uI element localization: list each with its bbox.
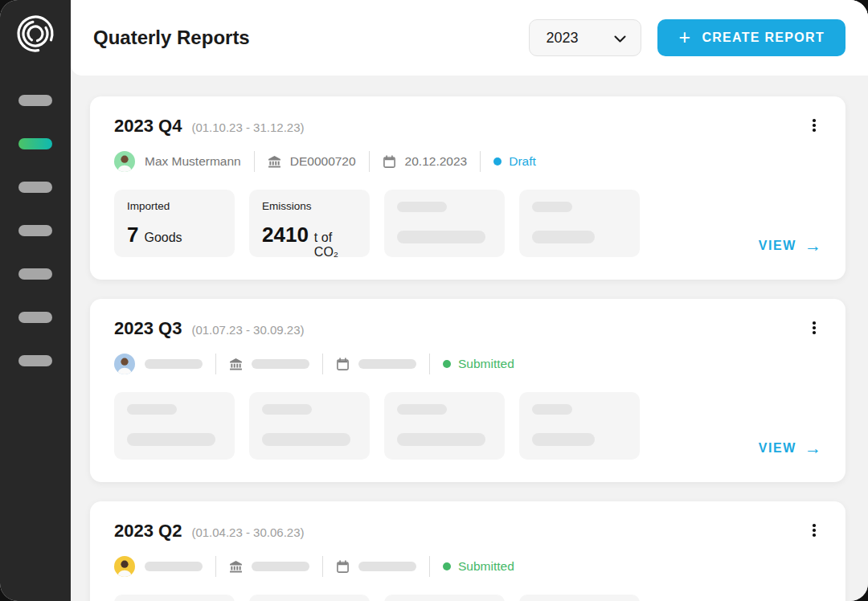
report-card-q2: 2023 Q2 (01.04.23 - 30.06.23) xyxy=(90,501,845,601)
sidebar-item-3[interactable] xyxy=(18,182,52,193)
kebab-menu-icon[interactable] xyxy=(804,519,825,542)
arrow-right-icon: → xyxy=(805,236,821,256)
stat-box-placeholder xyxy=(384,190,505,257)
stat-value: 7 xyxy=(127,223,138,247)
divider xyxy=(429,556,430,577)
status-badge: Draft xyxy=(493,154,536,169)
stats-row: Imported 7 Goods Emissions 2410 t of CO₂ xyxy=(114,190,821,257)
main-area: Quaterly Reports 2023 + CREATE REPORT xyxy=(71,0,868,601)
year-filter-value: 2023 xyxy=(546,30,578,47)
status-dot-icon xyxy=(443,360,451,368)
view-report-link[interactable]: VIEW → xyxy=(759,439,821,458)
year-filter-select[interactable]: 2023 xyxy=(529,19,641,56)
divider xyxy=(369,151,370,172)
kebab-menu-icon[interactable] xyxy=(804,114,825,137)
stat-box-placeholder xyxy=(249,595,370,601)
arrow-right-icon: → xyxy=(805,439,821,458)
stat-box-placeholder xyxy=(249,392,370,460)
card-header: 2023 Q2 (01.04.23 - 30.06.23) xyxy=(114,521,821,542)
stat-box-placeholder xyxy=(114,595,235,601)
stat-box-emissions: Emissions 2410 t of CO₂ xyxy=(249,190,370,257)
view-label: VIEW xyxy=(759,239,796,253)
plus-icon: + xyxy=(678,27,691,47)
stat-box-placeholder xyxy=(519,392,640,460)
owner-name-placeholder xyxy=(145,562,203,571)
brand-logo-icon xyxy=(14,13,56,55)
divider xyxy=(322,354,323,374)
stat-unit: Goods xyxy=(144,231,182,245)
view-label: VIEW xyxy=(759,441,796,456)
divider xyxy=(480,151,481,172)
stat-box-placeholder xyxy=(114,392,235,460)
card-header: 2023 Q3 (01.07.23 - 30.09.23) xyxy=(114,318,821,339)
stat-box-placeholder xyxy=(384,392,505,460)
status-label: Submitted xyxy=(458,559,514,574)
registry-number: DE0000720 xyxy=(290,154,356,169)
sidebar-item-7[interactable] xyxy=(18,355,52,366)
view-report-link[interactable]: VIEW → xyxy=(759,236,821,256)
sidebar-item-6[interactable] xyxy=(18,312,52,323)
sidebar-item-2-active[interactable] xyxy=(18,138,52,149)
bank-icon xyxy=(229,560,243,574)
reports-list: 2023 Q4 (01.10.23 - 31.12.23) Max Muster… xyxy=(71,76,868,601)
report-date-placeholder xyxy=(358,359,416,369)
top-bar-actions: 2023 + CREATE REPORT xyxy=(529,19,845,56)
card-header: 2023 Q4 (01.10.23 - 31.12.23) xyxy=(114,116,821,137)
divider xyxy=(215,556,216,577)
stat-value: 2410 xyxy=(262,223,309,247)
stat-label: Imported xyxy=(127,200,222,212)
stat-box-placeholder xyxy=(519,190,640,257)
report-meta-row: Submitted xyxy=(114,354,821,374)
owner-avatar xyxy=(114,556,135,577)
divider xyxy=(215,354,216,374)
bank-icon xyxy=(229,358,243,371)
stat-box-placeholder xyxy=(384,595,505,601)
status-badge: Submitted xyxy=(443,357,514,371)
sidebar-item-1[interactable] xyxy=(18,95,52,106)
report-title: 2023 Q3 xyxy=(114,318,182,339)
chevron-down-icon xyxy=(614,30,626,47)
sidebar-item-4[interactable] xyxy=(18,225,52,236)
divider xyxy=(254,151,255,172)
report-meta-row: Max Mustermann DE0000720 20.12.2023 Draf… xyxy=(114,151,821,172)
report-title: 2023 Q2 xyxy=(114,521,182,542)
status-dot-icon xyxy=(443,562,451,570)
stats-row xyxy=(114,595,821,601)
divider xyxy=(429,354,430,374)
registry-number-placeholder xyxy=(252,562,309,571)
sidebar-item-5[interactable] xyxy=(18,268,52,280)
stat-box-placeholder xyxy=(519,595,640,601)
owner-name: Max Mustermann xyxy=(145,154,241,169)
report-meta-row: Submitted xyxy=(114,556,821,577)
sidebar xyxy=(0,0,71,601)
report-period: (01.10.23 - 31.12.23) xyxy=(191,121,304,134)
calendar-icon xyxy=(336,560,350,574)
owner-avatar xyxy=(114,354,135,374)
sidebar-nav xyxy=(18,95,52,366)
top-bar: Quaterly Reports 2023 + CREATE REPORT xyxy=(71,0,868,76)
stat-label: Emissions xyxy=(262,200,357,212)
stat-box-imported: Imported 7 Goods xyxy=(114,190,235,257)
status-dot-icon xyxy=(493,157,502,166)
owner-name-placeholder xyxy=(145,359,203,369)
stat-unit: t of CO₂ xyxy=(314,231,357,260)
calendar-icon xyxy=(383,155,396,169)
stats-row xyxy=(114,392,821,460)
calendar-icon xyxy=(336,358,350,371)
report-date: 20.12.2023 xyxy=(405,154,468,169)
report-period: (01.04.23 - 30.06.23) xyxy=(191,525,304,539)
report-period: (01.07.23 - 30.09.23) xyxy=(191,323,304,337)
report-title: 2023 Q4 xyxy=(114,116,182,137)
bank-icon xyxy=(268,155,281,169)
status-badge: Submitted xyxy=(443,559,514,574)
registry-number-placeholder xyxy=(252,359,309,369)
kebab-menu-icon[interactable] xyxy=(804,317,825,339)
create-report-button[interactable]: + CREATE REPORT xyxy=(657,19,845,56)
app-window: Quaterly Reports 2023 + CREATE REPORT xyxy=(0,0,868,601)
status-label: Submitted xyxy=(458,357,514,371)
create-report-label: CREATE REPORT xyxy=(702,31,825,45)
report-date-placeholder xyxy=(358,562,416,571)
page-title: Quaterly Reports xyxy=(93,27,250,49)
divider xyxy=(322,556,323,577)
report-card-q4: 2023 Q4 (01.10.23 - 31.12.23) Max Muster… xyxy=(90,96,845,280)
